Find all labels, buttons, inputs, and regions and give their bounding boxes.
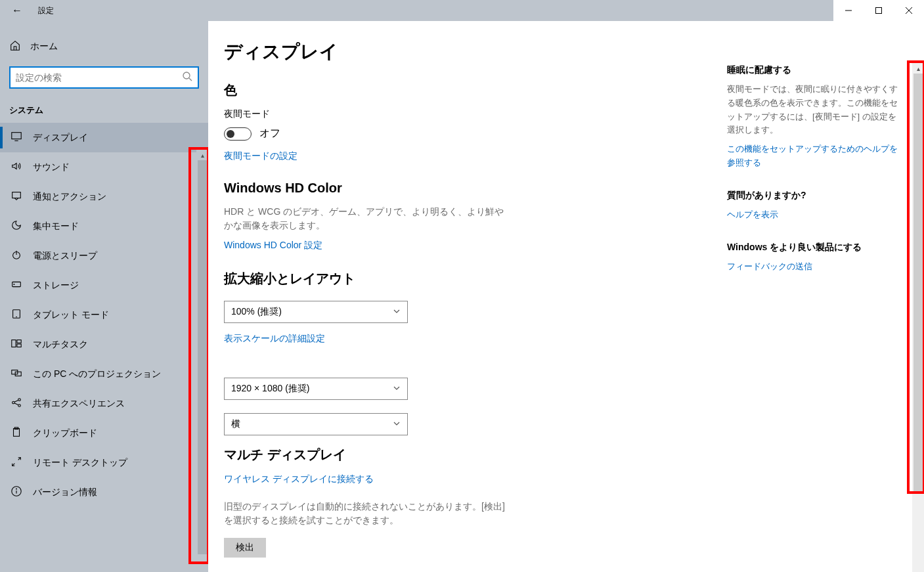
main-scroll-thumb[interactable]	[913, 74, 923, 494]
sidebar-item-power[interactable]: 電源とスリープ	[0, 241, 208, 271]
project-icon	[11, 367, 22, 381]
night-mode-state: オフ	[259, 127, 280, 141]
home-icon	[9, 39, 21, 53]
sidebar-item-remote[interactable]: リモート デスクトップ	[0, 448, 208, 477]
hd-color-heading: Windows HD Color	[224, 181, 720, 196]
chevron-down-icon	[393, 419, 401, 429]
sidebar-scroll-thumb[interactable]	[198, 160, 207, 554]
search-field[interactable]	[16, 72, 182, 83]
aside-sleep-link[interactable]: この機能をセットアップするためのヘルプを参照する	[727, 143, 899, 170]
sidebar-item-label: ストレージ	[33, 280, 79, 292]
svg-rect-15	[12, 340, 16, 347]
sidebar-item-label: リモート デスクトップ	[33, 457, 127, 469]
scroll-up-icon[interactable]: ▴	[196, 150, 208, 160]
sidebar-item-clipboard[interactable]: クリップボード	[0, 418, 208, 448]
sidebar-item-label: 電源とスリープ	[33, 250, 97, 262]
svg-point-22	[18, 405, 21, 407]
svg-rect-1	[876, 8, 882, 14]
aside-sleep-heading: 睡眠に配慮する	[727, 64, 899, 76]
svg-line-5	[189, 78, 192, 81]
sidebar-item-share[interactable]: 共有エクスペリエンス	[0, 389, 208, 418]
svg-point-20	[12, 401, 15, 404]
multi-display-heading: マルチ ディスプレイ	[224, 446, 720, 464]
sidebar-item-project[interactable]: この PC へのプロジェクション	[0, 359, 208, 389]
search-input[interactable]	[9, 66, 199, 89]
chevron-down-icon	[393, 307, 401, 317]
svg-rect-8	[12, 192, 21, 198]
hd-color-settings-link[interactable]: Windows HD Color 設定	[224, 240, 322, 252]
page-title: ディスプレイ	[224, 39, 720, 64]
night-mode-label: 夜間モード	[224, 108, 720, 120]
main-scrollbar[interactable]: ▴	[912, 63, 924, 572]
clipboard-icon	[11, 426, 22, 440]
color-heading: 色	[224, 81, 720, 99]
sidebar-home[interactable]: ホーム	[0, 33, 208, 60]
sidebar-section-label: システム	[0, 98, 208, 123]
share-icon	[11, 397, 22, 410]
svg-point-21	[18, 399, 21, 401]
power-icon	[11, 249, 22, 263]
chevron-down-icon	[393, 384, 401, 394]
orientation-select[interactable]: 横	[224, 413, 408, 435]
svg-rect-6	[12, 133, 21, 139]
scale-layout-heading: 拡大縮小とレイアウト	[224, 270, 720, 288]
wireless-display-link[interactable]: ワイヤレス ディスプレイに接続する	[224, 473, 374, 485]
orientation-value: 横	[231, 418, 240, 430]
focus-icon	[11, 219, 22, 233]
sidebar-item-notify[interactable]: 通知とアクション	[0, 182, 208, 211]
sidebar-scrollbar[interactable]: ▴	[196, 150, 208, 572]
sidebar-item-multitask[interactable]: マルチタスク	[0, 330, 208, 359]
sidebar-item-about[interactable]: バージョン情報	[0, 477, 208, 507]
sidebar-item-tablet[interactable]: タブレット モード	[0, 300, 208, 330]
notify-icon	[11, 190, 22, 204]
svg-rect-17	[17, 344, 21, 347]
svg-line-23	[14, 400, 18, 402]
sidebar-item-label: 共有エクスペリエンス	[33, 398, 125, 410]
minimize-button[interactable]	[833, 0, 864, 21]
sidebar-item-label: マルチタスク	[33, 339, 88, 351]
sidebar-item-label: クリップボード	[33, 428, 97, 439]
window-title: 設定	[38, 5, 54, 16]
scale-advanced-link[interactable]: 表示スケールの詳細設定	[224, 333, 325, 345]
detect-button[interactable]: 検出	[224, 538, 266, 558]
sidebar-item-focus[interactable]: 集中モード	[0, 211, 208, 241]
scale-select[interactable]: 100% (推奨)	[224, 301, 408, 323]
night-mode-settings-link[interactable]: 夜間モードの設定	[224, 150, 297, 162]
remote-icon	[11, 456, 22, 470]
sidebar-item-storage[interactable]: ストレージ	[0, 271, 208, 300]
aside-feedback-link[interactable]: フィードバックの送信	[727, 260, 812, 274]
scroll-up-icon[interactable]: ▴	[912, 63, 924, 74]
sidebar-item-display[interactable]: ディスプレイ	[0, 123, 208, 152]
sidebar-item-sound[interactable]: サウンド	[0, 152, 208, 182]
svg-rect-16	[17, 340, 21, 343]
display-icon	[11, 131, 22, 144]
sidebar-item-label: サウンド	[33, 162, 70, 173]
svg-point-29	[16, 489, 17, 489]
sound-icon	[11, 160, 22, 174]
scale-value: 100% (推奨)	[231, 306, 282, 318]
svg-point-12	[14, 284, 14, 285]
close-button[interactable]	[894, 0, 924, 21]
maximize-button[interactable]	[864, 0, 894, 21]
aside-feedback-heading: Windows をより良い製品にする	[727, 242, 899, 253]
sidebar-item-label: バージョン情報	[33, 487, 97, 498]
aside-help-link[interactable]: ヘルプを表示	[727, 208, 778, 222]
sidebar-item-label: ディスプレイ	[33, 132, 88, 144]
main-panel: ディスプレイ 色 夜間モード オフ 夜間モードの設定 Windows HD Co…	[208, 21, 924, 572]
resolution-value: 1920 × 1080 (推奨)	[231, 383, 309, 395]
sidebar: ホーム システム ディスプレイサウンド通知とアクション集中モード電源とスリープス…	[0, 21, 208, 572]
aside-sleep-text: 夜間モードでは、夜間に眠りに付きやすくする暖色系の色を表示できます。この機能をセ…	[727, 83, 899, 137]
tablet-icon	[11, 308, 22, 322]
home-label: ホーム	[30, 41, 58, 53]
storage-icon	[11, 278, 22, 292]
hd-color-desc: HDR と WCG のビデオ、ゲーム、アプリで、より明るく、より鮮やかな画像を表…	[224, 205, 513, 232]
aside-question-heading: 質問がありますか?	[727, 190, 899, 202]
sidebar-item-label: この PC へのプロジェクション	[33, 368, 161, 380]
svg-point-4	[183, 72, 190, 79]
night-mode-toggle[interactable]	[224, 127, 252, 141]
sidebar-item-label: タブレット モード	[33, 309, 109, 321]
resolution-select[interactable]: 1920 × 1080 (推奨)	[224, 378, 408, 400]
svg-rect-25	[14, 429, 20, 437]
multi-display-desc: 旧型のディスプレイは自動的に接続されないことがあります。[検出] を選択すると接…	[224, 500, 513, 527]
back-button[interactable]: ←	[12, 5, 22, 16]
